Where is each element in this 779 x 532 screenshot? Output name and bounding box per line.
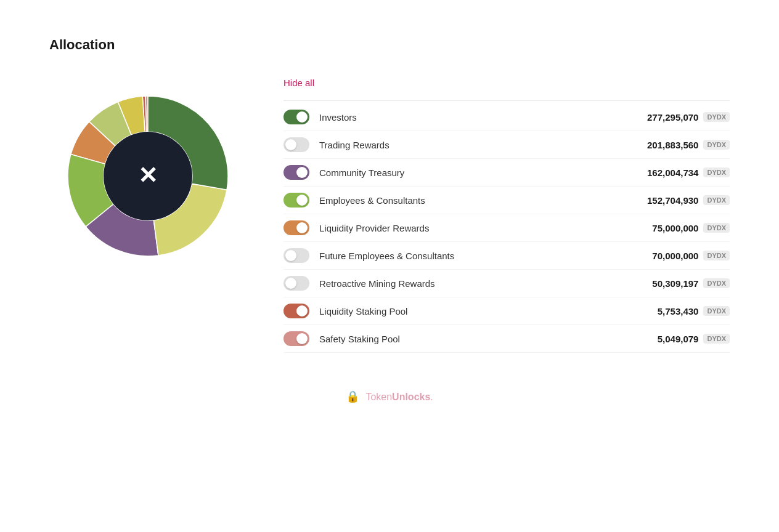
currency-badge-7: DYDX xyxy=(703,306,730,316)
legend-label-2: Community Treasury xyxy=(319,167,647,178)
toggle-knob-3 xyxy=(296,195,308,206)
currency-badge-5: DYDX xyxy=(703,251,730,260)
toggle-1[interactable] xyxy=(283,137,309,152)
footer-label-bold: Unlocks xyxy=(392,392,430,402)
footer-label-normal: Token xyxy=(365,392,392,402)
currency-badge-1: DYDX xyxy=(703,140,730,150)
toggle-knob-1 xyxy=(285,139,296,150)
divider xyxy=(283,100,730,101)
legend-item: Retroactive Mining Rewards 50,309,197 DY… xyxy=(283,270,730,297)
legend-value-1: 201,883,560 xyxy=(647,140,698,150)
toggle-5[interactable] xyxy=(283,248,309,263)
toggle-knob-4 xyxy=(296,222,308,233)
toggle-6[interactable] xyxy=(283,276,309,291)
legend-item: Liquidity Provider Rewards 75,000,000 DY… xyxy=(283,214,730,242)
footer-icon: 🔒 xyxy=(346,390,359,403)
legend-container: Hide all Investors 277,295,070 DYDX Trad… xyxy=(283,78,730,353)
legend-item: Safety Staking Pool 5,049,079 DYDX xyxy=(283,325,730,353)
legend-label-7: Liquidity Staking Pool xyxy=(319,306,658,316)
toggle-knob-7 xyxy=(296,305,308,316)
legend-value-6: 50,309,197 xyxy=(652,278,698,289)
currency-badge-0: DYDX xyxy=(703,112,730,122)
legend-value-3: 152,704,930 xyxy=(647,195,698,206)
legend-label-0: Investors xyxy=(319,112,647,123)
legend-label-8: Safety Staking Pool xyxy=(319,334,658,344)
currency-badge-2: DYDX xyxy=(703,167,730,177)
toggle-0[interactable] xyxy=(283,110,309,124)
toggle-2[interactable] xyxy=(283,165,309,180)
legend-item: Trading Rewards 201,883,560 DYDX xyxy=(283,131,730,159)
chart-center-logo: ✕ xyxy=(138,163,158,188)
legend-value-2: 162,004,734 xyxy=(647,167,698,178)
toggle-knob-2 xyxy=(296,167,308,178)
legend-item: Liquidity Staking Pool 5,753,430 DYDX xyxy=(283,297,730,325)
page-title: Allocation xyxy=(49,37,730,53)
toggle-knob-8 xyxy=(296,333,308,344)
legend-label-1: Trading Rewards xyxy=(319,140,647,150)
currency-badge-4: DYDX xyxy=(703,223,730,233)
legend-item: Community Treasury 162,004,734 DYDX xyxy=(283,159,730,187)
toggle-knob-5 xyxy=(285,250,296,261)
legend-value-8: 5,049,079 xyxy=(658,334,699,344)
toggle-4[interactable] xyxy=(283,220,309,235)
currency-badge-8: DYDX xyxy=(703,334,730,344)
legend-label-4: Liquidity Provider Rewards xyxy=(319,223,652,233)
legend-label-6: Retroactive Mining Rewards xyxy=(319,278,652,289)
legend-value-4: 75,000,000 xyxy=(652,223,698,233)
legend-item: Employees & Consultants 152,704,930 DYDX xyxy=(283,187,730,214)
legend-items-list: Investors 277,295,070 DYDX Trading Rewar… xyxy=(283,103,730,353)
footer: 🔒 TokenUnlocks. xyxy=(49,390,730,403)
chart-container: ✕ xyxy=(49,78,247,275)
legend-value-5: 70,000,000 xyxy=(652,251,698,261)
content-area: ✕ Hide all Investors 277,295,070 DYDX Tr… xyxy=(49,78,730,353)
legend-value-7: 5,753,430 xyxy=(658,306,699,316)
toggle-3[interactable] xyxy=(283,193,309,208)
legend-label-3: Employees & Consultants xyxy=(319,195,647,206)
legend-item: Future Employees & Consultants 70,000,00… xyxy=(283,242,730,270)
page-container: Allocation ✕ Hide all Investors 277,295, xyxy=(0,0,779,440)
pie-chart: ✕ xyxy=(62,90,234,262)
currency-badge-3: DYDX xyxy=(703,195,730,205)
footer-dot: . xyxy=(430,392,433,402)
legend-item: Investors 277,295,070 DYDX xyxy=(283,103,730,131)
legend-value-0: 277,295,070 xyxy=(647,112,698,123)
toggle-8[interactable] xyxy=(283,331,309,346)
legend-label-5: Future Employees & Consultants xyxy=(319,251,652,261)
toggle-knob-6 xyxy=(285,278,296,289)
toggle-7[interactable] xyxy=(283,304,309,318)
currency-badge-6: DYDX xyxy=(703,278,730,288)
toggle-knob-0 xyxy=(296,111,308,123)
hide-all-button[interactable]: Hide all xyxy=(283,78,314,88)
